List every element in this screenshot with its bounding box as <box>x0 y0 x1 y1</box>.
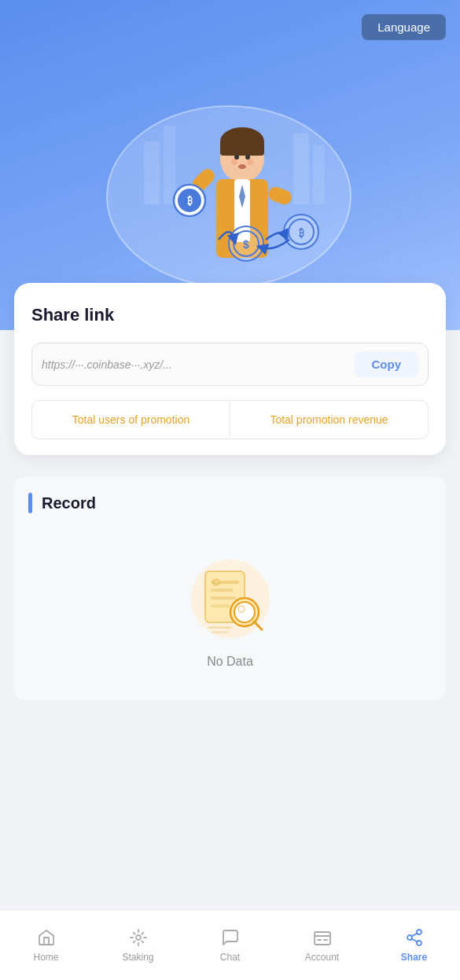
record-section: Record ? <box>14 477 446 700</box>
nav-item-staking[interactable]: Staking <box>92 919 184 971</box>
nav-item-chat[interactable]: Chat <box>184 919 276 971</box>
home-icon <box>36 927 57 948</box>
svg-rect-42 <box>212 631 229 633</box>
record-title: Record <box>42 494 96 512</box>
nav-label-account: Account <box>305 952 339 963</box>
svg-point-11 <box>245 155 250 160</box>
chat-icon <box>220 927 241 948</box>
share-link-title: Share link <box>31 305 429 325</box>
total-users-stat[interactable]: Total users of promotion <box>32 401 230 439</box>
svg-point-43 <box>136 935 141 940</box>
no-data-icon: ? <box>183 556 278 642</box>
svg-point-38 <box>234 602 255 622</box>
staking-icon <box>128 927 149 948</box>
svg-text:$: $ <box>243 238 249 251</box>
no-data-text: No Data <box>207 655 253 669</box>
svg-rect-44 <box>315 932 330 945</box>
share-card: Share link https://···.coinbase···.xyz/.… <box>14 283 446 455</box>
svg-rect-32 <box>211 589 233 592</box>
svg-text:₿: ₿ <box>298 227 304 239</box>
nav-label-staking: Staking <box>122 952 153 963</box>
svg-point-9 <box>247 159 253 165</box>
nav-label-home: Home <box>33 952 58 963</box>
svg-rect-1 <box>144 141 160 204</box>
nav-item-home[interactable]: Home <box>0 919 92 971</box>
main-content: Share link https://···.coinbase···.xyz/.… <box>0 283 460 779</box>
bottom-nav: Home Staking Chat Accou <box>0 909 460 980</box>
hero-section: Language <box>0 0 460 330</box>
svg-rect-2 <box>164 126 175 204</box>
nav-item-account[interactable]: Account <box>276 919 368 971</box>
share-icon <box>404 927 425 948</box>
svg-rect-41 <box>208 626 232 629</box>
link-input-row: https://···.coinbase···.xyz/... Copy <box>31 343 429 386</box>
nav-item-share[interactable]: Share <box>368 919 460 971</box>
svg-text:?: ? <box>215 580 218 585</box>
record-header: Record <box>28 493 432 513</box>
svg-point-8 <box>231 159 237 165</box>
nav-label-chat: Chat <box>220 952 240 963</box>
svg-text:₿: ₿ <box>186 195 192 207</box>
link-url-text: https://···.coinbase···.xyz/... <box>42 358 347 371</box>
svg-rect-7 <box>220 141 264 156</box>
svg-rect-4 <box>313 145 325 204</box>
language-button[interactable]: Language <box>362 14 446 40</box>
svg-line-49 <box>411 934 417 937</box>
account-icon <box>312 927 333 948</box>
svg-point-12 <box>238 164 246 169</box>
copy-button[interactable]: Copy <box>355 351 419 377</box>
nav-label-share: Share <box>401 952 427 963</box>
svg-point-10 <box>234 155 239 160</box>
record-accent-bar <box>28 493 32 513</box>
svg-rect-34 <box>211 604 230 607</box>
no-data-area: ? No Data <box>28 532 432 685</box>
svg-rect-3 <box>293 134 309 204</box>
stats-row: Total users of promotion Total promotion… <box>31 400 429 439</box>
svg-line-48 <box>411 939 417 942</box>
total-revenue-stat[interactable]: Total promotion revenue <box>230 401 428 439</box>
svg-rect-33 <box>211 596 236 600</box>
